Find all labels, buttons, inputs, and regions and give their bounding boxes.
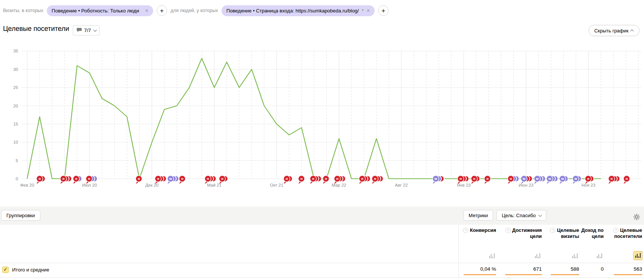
histogram-icon[interactable] xyxy=(633,251,642,260)
y-axis-label: 10 xyxy=(13,140,18,144)
svg-text:н: н xyxy=(181,176,183,181)
comment-marker[interactable]: н xyxy=(310,176,322,184)
gear-icon[interactable] xyxy=(633,213,640,222)
goal-selector-button[interactable]: Цель: Спасибо xyxy=(496,210,546,221)
x-axis-label: Фев 20 xyxy=(20,183,34,187)
y-axis-label: 20 xyxy=(13,104,18,108)
comment-marker[interactable]: н xyxy=(219,176,228,184)
svg-text:м: м xyxy=(169,176,172,181)
svg-text:н: н xyxy=(374,176,376,181)
y-axis-label: 25 xyxy=(13,85,18,90)
help-icon[interactable]: ? xyxy=(506,228,511,233)
total-value[interactable]: 563 xyxy=(603,266,642,272)
svg-text:н: н xyxy=(88,176,90,181)
comment-marker[interactable]: м xyxy=(573,176,582,184)
svg-text:н: н xyxy=(587,176,589,181)
svg-text:н: н xyxy=(610,176,613,181)
comment-marker[interactable]: м xyxy=(168,176,179,184)
svg-text:н: н xyxy=(207,176,209,181)
svg-text:н: н xyxy=(300,176,303,181)
x-axis-label: Мар 22 xyxy=(332,183,346,187)
chevron-down-icon xyxy=(538,213,542,217)
histogram-icon[interactable] xyxy=(487,251,496,260)
x-axis-label: Окт 21 xyxy=(270,183,283,187)
svg-text:н: н xyxy=(460,176,462,181)
y-axis-label: 0 xyxy=(16,176,18,181)
y-axis-label: 35 xyxy=(13,49,18,53)
svg-text:н: н xyxy=(62,176,65,181)
svg-text:м: м xyxy=(536,176,538,181)
x-axis-label: Май 21 xyxy=(207,183,222,187)
comment-marker[interactable]: н xyxy=(359,176,371,184)
comment-marker[interactable]: н xyxy=(136,176,142,184)
column-header[interactable]: ?Целевые визиты xyxy=(541,227,579,239)
svg-text:н: н xyxy=(286,176,288,181)
groupings-button[interactable]: Группировки xyxy=(1,210,40,221)
total-value[interactable]: 671 xyxy=(496,266,542,272)
x-axis-label: Дек 20 xyxy=(145,183,158,187)
svg-text:н: н xyxy=(626,176,628,181)
target-visitors-chart[interactable]: 05101520253035Фев 20Июл 20Дек 20Май 21Ок… xyxy=(0,0,644,190)
column-header[interactable]: ?Целевые посетители xyxy=(603,227,642,239)
svg-text:н: н xyxy=(157,176,159,181)
totals-row: ✓ Итого и средние xyxy=(2,267,49,273)
svg-text:н: н xyxy=(138,176,140,181)
svg-text:н: н xyxy=(361,176,363,181)
totals-checkbox[interactable]: ✓ xyxy=(2,267,9,273)
total-value[interactable]: 0 xyxy=(580,266,604,272)
svg-text:н: н xyxy=(473,176,475,181)
comment-marker[interactable]: н xyxy=(624,176,630,184)
comment-marker[interactable]: н xyxy=(179,176,186,184)
svg-text:н: н xyxy=(312,176,314,181)
comment-marker[interactable]: н xyxy=(372,176,384,184)
svg-text:н: н xyxy=(75,176,77,181)
x-axis-label: Авг 22 xyxy=(395,183,408,187)
x-axis-label: Ноя 23 xyxy=(581,183,595,187)
comment-marker[interactable]: н xyxy=(484,176,491,184)
y-axis-label: 30 xyxy=(13,67,18,72)
histogram-icon[interactable] xyxy=(533,251,542,260)
y-axis-label: 5 xyxy=(16,158,18,163)
metrics-button[interactable]: Метрики xyxy=(463,210,493,221)
comment-marker[interactable]: м xyxy=(547,176,558,184)
comment-marker[interactable]: м xyxy=(559,176,569,184)
svg-text:н: н xyxy=(336,176,338,181)
y-axis-label: 15 xyxy=(13,122,18,126)
comment-marker[interactable]: н xyxy=(609,176,620,184)
comment-marker[interactable]: н xyxy=(298,176,305,184)
histogram-icon[interactable] xyxy=(595,251,604,260)
table-toolbar: Группировки Метрики Цель: Спасибо xyxy=(0,207,644,225)
comment-marker[interactable]: н xyxy=(323,176,329,184)
svg-text:н: н xyxy=(221,176,223,181)
total-value[interactable]: 0,04 % xyxy=(443,266,496,272)
column-header[interactable]: ?Конверсия xyxy=(443,227,496,233)
comment-marker[interactable]: н xyxy=(508,176,520,184)
help-icon[interactable]: ? xyxy=(613,228,618,233)
x-axis-label: Июл 20 xyxy=(82,183,97,187)
comment-marker[interactable]: н xyxy=(37,176,46,184)
svg-text:м: м xyxy=(523,176,525,181)
comment-marker[interactable]: н xyxy=(471,176,480,184)
svg-text:н: н xyxy=(325,176,327,181)
svg-text:н: н xyxy=(510,176,512,181)
help-icon[interactable]: ? xyxy=(463,228,468,233)
svg-text:м: м xyxy=(574,176,577,181)
column-header[interactable]: ?Достижения цели xyxy=(496,227,542,239)
comment-marker[interactable]: н xyxy=(60,176,72,184)
comment-marker[interactable]: м xyxy=(534,176,546,184)
totals-label: Итого и средние xyxy=(12,267,49,273)
total-value[interactable]: 588 xyxy=(541,266,579,272)
x-axis-label: Июн 23 xyxy=(519,183,533,187)
svg-text:н: н xyxy=(486,176,489,181)
comment-marker[interactable]: м xyxy=(433,176,444,184)
help-icon[interactable]: ? xyxy=(550,228,555,233)
svg-text:н: н xyxy=(38,176,41,181)
comment-marker[interactable]: н xyxy=(155,176,167,184)
svg-text:м: м xyxy=(561,176,564,181)
svg-text:м: м xyxy=(434,176,437,181)
column-header[interactable]: Доход по цели xyxy=(580,227,604,239)
comment-marker[interactable]: н xyxy=(73,176,82,184)
svg-text:м: м xyxy=(548,176,551,181)
comment-marker[interactable]: н xyxy=(284,176,293,184)
histogram-icon[interactable] xyxy=(570,251,579,260)
